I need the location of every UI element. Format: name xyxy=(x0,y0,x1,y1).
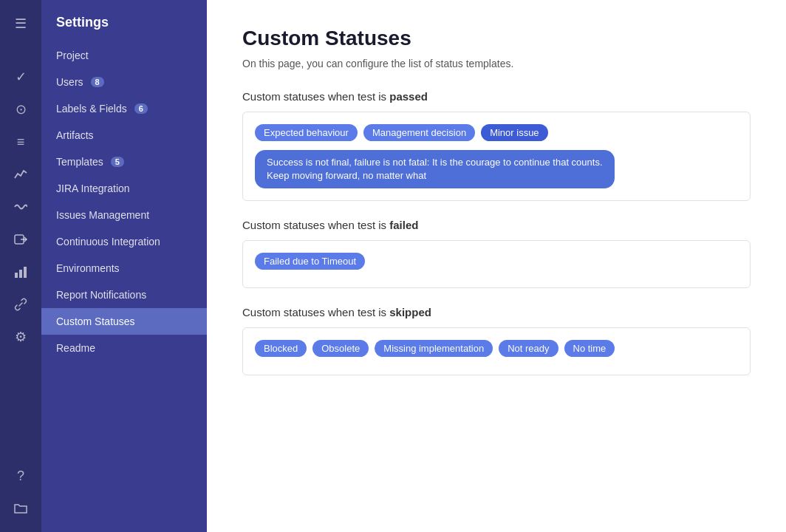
passed-tags-row: Expected behaviour Management decision M… xyxy=(255,124,738,141)
failed-status-card: Failed due to Timeout xyxy=(242,240,751,288)
passed-quote-text: Success is not final, failure is not fat… xyxy=(255,150,615,188)
sidebar-item-label: Custom Statuses xyxy=(56,316,135,327)
sidebar-item-label: Report Notifications xyxy=(56,289,146,301)
tag-no-time[interactable]: No time xyxy=(564,340,615,357)
folder-icon[interactable] xyxy=(7,495,34,522)
svg-rect-2 xyxy=(15,273,18,278)
passed-section: Custom statuses when test is passed Expe… xyxy=(242,90,751,201)
graph-icon[interactable] xyxy=(7,161,34,188)
failed-tags-row: Failed due to Timeout xyxy=(255,253,738,270)
question-icon[interactable]: ? xyxy=(7,463,34,489)
skipped-section: Custom statuses when test is skipped Blo… xyxy=(242,306,751,375)
sidebar-item-label: Templates xyxy=(56,156,103,168)
page-title: Custom Statuses xyxy=(242,27,751,50)
sidebar-item-artifacts[interactable]: Artifacts xyxy=(41,122,207,149)
check-icon[interactable]: ✓ xyxy=(7,64,34,90)
sidebar-item-label: Project xyxy=(56,50,89,61)
tag-minor-issue[interactable]: Minor issue xyxy=(481,124,547,141)
svg-rect-4 xyxy=(24,267,27,278)
wave-icon[interactable] xyxy=(7,194,34,220)
tag-management-decision[interactable]: Management decision xyxy=(363,124,475,141)
tag-failed-timeout[interactable]: Failed due to Timeout xyxy=(255,253,365,270)
sidebar-item-continuous-integration[interactable]: Continuous Integration xyxy=(41,228,207,255)
sidebar-item-issues-management[interactable]: Issues Management xyxy=(41,202,207,228)
sidebar-item-environments[interactable]: Environments xyxy=(41,255,207,282)
gear-icon[interactable]: ⚙ xyxy=(7,324,34,350)
failed-section: Custom statuses when test is failed Fail… xyxy=(242,219,751,288)
tag-not-ready[interactable]: Not ready xyxy=(499,340,558,357)
sidebar-item-templates[interactable]: Templates 5 xyxy=(41,149,207,175)
menu-icon[interactable]: ☰ xyxy=(7,10,34,37)
sidebar-item-labels-fields[interactable]: Labels & Fields 6 xyxy=(41,95,207,122)
templates-badge: 5 xyxy=(111,157,124,167)
skipped-section-title: Custom statuses when test is skipped xyxy=(242,306,751,318)
tag-expected-behaviour[interactable]: Expected behaviour xyxy=(255,124,358,141)
sidebar-item-label: Continuous Integration xyxy=(56,236,160,248)
sidebar-item-label: Artifacts xyxy=(56,129,94,141)
sidebar-item-jira-integration[interactable]: JIRA Integration xyxy=(41,175,207,202)
sidebar: Settings Project Users 8 Labels & Fields… xyxy=(41,0,207,532)
sidebar-item-label: Issues Management xyxy=(56,209,149,221)
sidebar-item-label: Labels & Fields xyxy=(56,103,127,115)
passed-status-card: Expected behaviour Management decision M… xyxy=(242,112,751,201)
icon-rail: ☰ ✓ ⊙ ≡ ⚙ ? xyxy=(0,0,41,532)
passed-quote: Success is not final, failure is not fat… xyxy=(255,147,738,188)
sidebar-item-project[interactable]: Project xyxy=(41,42,207,69)
main-content: Custom Statuses On this page, you can co… xyxy=(207,0,786,532)
sidebar-item-label: Readme xyxy=(56,342,95,354)
tag-missing-implementation[interactable]: Missing implementation xyxy=(375,340,493,357)
passed-section-title: Custom statuses when test is passed xyxy=(242,90,751,103)
tag-obsolete[interactable]: Obsolete xyxy=(312,340,369,357)
link-icon[interactable] xyxy=(7,291,34,318)
failed-section-title: Custom statuses when test is failed xyxy=(242,219,751,231)
users-badge: 8 xyxy=(91,77,104,87)
sidebar-item-report-notifications[interactable]: Report Notifications xyxy=(41,282,207,308)
sidebar-item-label: Environments xyxy=(56,262,120,274)
bar-chart-icon[interactable] xyxy=(7,259,34,285)
page-description: On this page, you can configure the list… xyxy=(242,58,751,69)
sidebar-item-label: Users xyxy=(56,76,83,88)
skipped-tags-row: Blocked Obsolete Missing implementation … xyxy=(255,340,738,357)
play-circle-icon[interactable]: ⊙ xyxy=(7,96,34,123)
tag-blocked[interactable]: Blocked xyxy=(255,340,307,357)
labels-badge: 6 xyxy=(134,103,148,114)
sidebar-item-readme[interactable]: Readme xyxy=(41,335,207,361)
svg-rect-3 xyxy=(19,270,22,278)
arrow-right-box-icon[interactable] xyxy=(7,226,34,253)
sidebar-item-label: JIRA Integration xyxy=(56,183,130,194)
list-icon[interactable]: ≡ xyxy=(7,129,34,155)
sidebar-item-custom-statuses[interactable]: Custom Statuses xyxy=(41,308,207,335)
sidebar-title: Settings xyxy=(41,12,207,42)
sidebar-item-users[interactable]: Users 8 xyxy=(41,69,207,95)
skipped-status-card: Blocked Obsolete Missing implementation … xyxy=(242,327,751,375)
